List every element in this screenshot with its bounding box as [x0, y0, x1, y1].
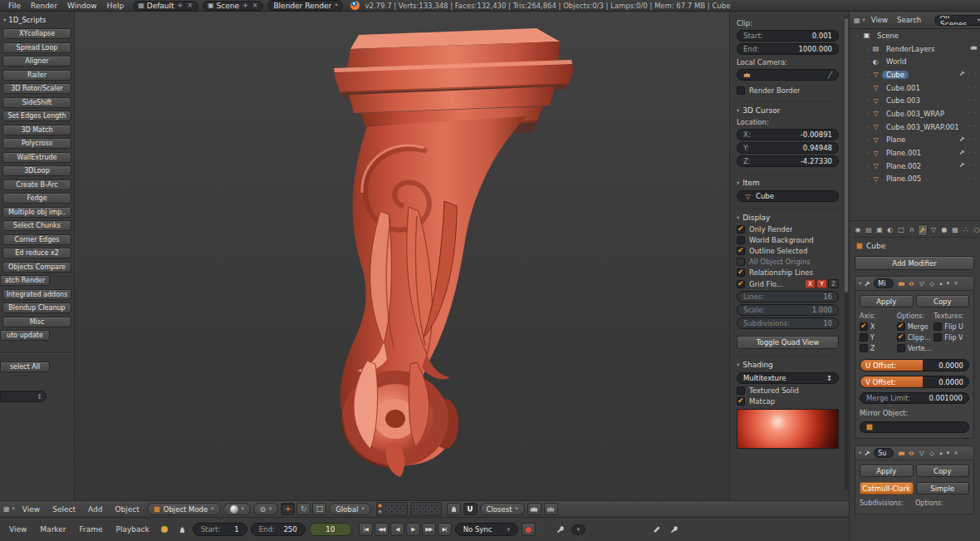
layer-dot[interactable]: [390, 504, 394, 508]
outliner-row[interactable]: ◦▽Cube.003· ·: [850, 94, 980, 107]
modifier-name-field[interactable]: Su: [874, 448, 894, 458]
copy-modifier-button[interactable]: Copy: [916, 465, 970, 477]
tool-shelf-button[interactable]: Fedge: [2, 193, 71, 204]
pivot-point-select[interactable]: ⊙ ▾: [253, 503, 278, 515]
tab-material[interactable]: ●: [939, 224, 949, 236]
cursor-panel-header[interactable]: ▾ 3D Cursor: [737, 101, 839, 115]
layer-dot[interactable]: [429, 504, 434, 508]
tool-shelf-button[interactable]: uto update: [0, 330, 50, 341]
disclosure-icon[interactable]: ◦: [863, 175, 871, 182]
view3d-menu-view[interactable]: View: [17, 505, 45, 514]
keying-set-icon[interactable]: [554, 524, 568, 536]
timeline-menu-marker[interactable]: Marker: [35, 525, 71, 534]
layer-dot[interactable]: [384, 504, 388, 508]
tool-shelf-button[interactable]: XYcollapse: [2, 28, 71, 39]
mirror-axis-checkbox[interactable]: [860, 333, 868, 342]
restrict-icons[interactable]: · ·: [968, 150, 978, 157]
opengl-render-anim-icon[interactable]: [544, 503, 558, 515]
disclosure-icon[interactable]: ◦: [863, 58, 871, 65]
outliner-row[interactable]: ◦▽Plane.001· ·: [850, 146, 980, 160]
clip-start-field[interactable]: Start: 0.001: [737, 30, 839, 42]
apply-modifier-button[interactable]: Apply: [860, 465, 914, 477]
disclosure-icon[interactable]: ◦: [863, 97, 871, 104]
mirror-object-picker[interactable]: [860, 421, 969, 433]
viewport-shading-select[interactable]: ▾: [223, 503, 251, 515]
layer-dot[interactable]: [390, 509, 394, 514]
eyedropper-icon[interactable]: ╱: [828, 71, 832, 79]
timeline-menu-view[interactable]: View: [4, 525, 32, 534]
tool-shelf-button[interactable]: Select Chunks: [2, 220, 71, 231]
render-visibility-toggle[interactable]: [897, 449, 906, 458]
tool-shelf-button[interactable]: Blendup Cleanup: [2, 302, 71, 313]
cursor-location-field[interactable]: Z:-4.27330: [737, 155, 839, 167]
tab-texture[interactable]: ▦: [950, 224, 960, 236]
shading-option-checkbox[interactable]: [737, 386, 745, 395]
playback-button-0[interactable]: |◀: [359, 523, 373, 536]
delete-screen-layout-button[interactable]: ×: [186, 2, 194, 9]
preview-range-clock-icon[interactable]: [158, 524, 172, 536]
frame-start-field[interactable]: Start: 1: [193, 523, 247, 536]
restrict-icons[interactable]: · ·: [968, 175, 978, 183]
tool-shelf-button[interactable]: Spread Loop: [2, 42, 71, 53]
frame-end-field[interactable]: End: 250: [251, 523, 306, 536]
menu-file[interactable]: File: [3, 2, 26, 10]
move-modifier-down-button[interactable]: ▾: [946, 280, 951, 287]
mirror-modifier-header[interactable]: ▾ Mi ▽◇ ▴ ▾ ×: [855, 277, 973, 291]
tool-shelf-button[interactable]: Create B-Arc: [2, 180, 71, 190]
disclosure-icon[interactable]: ◦: [863, 71, 871, 78]
view3d-menu-add[interactable]: Add: [83, 505, 107, 514]
viewport-visibility-toggle[interactable]: [907, 279, 916, 288]
render-border-checkbox[interactable]: [737, 86, 745, 95]
layer-dot[interactable]: [429, 509, 434, 514]
mirror-texture-checkbox[interactable]: [933, 333, 942, 342]
disclosure-icon[interactable]: ◦: [863, 46, 871, 52]
grid-axis-toggle[interactable]: Z: [828, 279, 839, 288]
restrict-icons[interactable]: · ·: [968, 136, 978, 144]
playback-button-3[interactable]: ▶: [406, 523, 420, 536]
u-offset-slider[interactable]: U Offset: 0.0000: [860, 359, 969, 371]
corbel-object[interactable]: [75, 12, 729, 500]
tool-shelf-button[interactable]: Corner Edges: [2, 234, 71, 245]
layer-dot[interactable]: [412, 504, 416, 508]
grid-axis-toggle[interactable]: X: [805, 279, 816, 288]
restrict-icons[interactable]: · ·: [968, 110, 978, 117]
current-frame-field[interactable]: 10: [309, 523, 352, 536]
disclosure-icon[interactable]: ◦: [863, 85, 871, 91]
outliner-row[interactable]: ◦▽Plane· ·: [850, 134, 980, 147]
shading-mode-select[interactable]: Multitexture ↕: [737, 372, 839, 384]
scale-manipulator-toggle[interactable]: □: [312, 503, 326, 515]
outliner-row[interactable]: ◦▽Plane.005· ·: [850, 173, 980, 186]
grid-setting-field[interactable]: Subdivisions:10: [737, 317, 839, 329]
local-camera-picker[interactable]: ╱: [737, 69, 839, 81]
copy-modifier-button[interactable]: Copy: [916, 295, 970, 307]
editmode-display-toggle[interactable]: ▽: [917, 279, 926, 288]
tool-shelf-button[interactable]: Misc: [2, 317, 71, 327]
tab-world[interactable]: ◐: [885, 224, 895, 236]
transform-orientation-select[interactable]: Global ▾: [329, 503, 370, 515]
tab-particles[interactable]: ∴: [961, 224, 971, 236]
playback-button-5[interactable]: ▶|: [438, 523, 452, 536]
mirror-axis-checkbox[interactable]: [860, 322, 868, 331]
layer-dot[interactable]: [401, 504, 405, 508]
playback-button-1[interactable]: ◀◀: [375, 523, 389, 536]
snap-magnet-icon[interactable]: [463, 503, 478, 515]
restrict-icons[interactable]: · ·: [968, 71, 978, 78]
layer-dot[interactable]: [418, 509, 422, 514]
disclosure-icon[interactable]: ◦: [863, 111, 871, 117]
render-engine-select[interactable]: Blender Render ▾: [267, 0, 343, 11]
delete-modifier-button[interactable]: ×: [953, 280, 959, 287]
restrict-icons[interactable]: · ·: [968, 84, 978, 91]
outliner-row[interactable]: ◦▤RenderLayers: [850, 42, 980, 56]
scene-selector[interactable]: ▣ Scene + ×: [203, 1, 263, 11]
disclosure-icon[interactable]: ◦: [863, 124, 871, 130]
move-modifier-up-button[interactable]: ▴: [938, 280, 943, 287]
menu-render[interactable]: Render: [26, 2, 62, 10]
lock-time-icon[interactable]: [175, 524, 189, 536]
sync-mode-select[interactable]: No Sync ▾: [455, 523, 518, 536]
subdivision-type-catmull-clark[interactable]: Catmull-Clark: [860, 482, 914, 494]
editor-type-icon[interactable]: ▦: [3, 505, 10, 513]
outliner-row[interactable]: ◦▽Cube.003_WRAP.001· ·: [850, 120, 980, 134]
editor-type-icon[interactable]: ▦: [854, 17, 860, 24]
mirror-option-checkbox[interactable]: [897, 344, 905, 352]
lock-layers-icon[interactable]: [447, 503, 461, 515]
